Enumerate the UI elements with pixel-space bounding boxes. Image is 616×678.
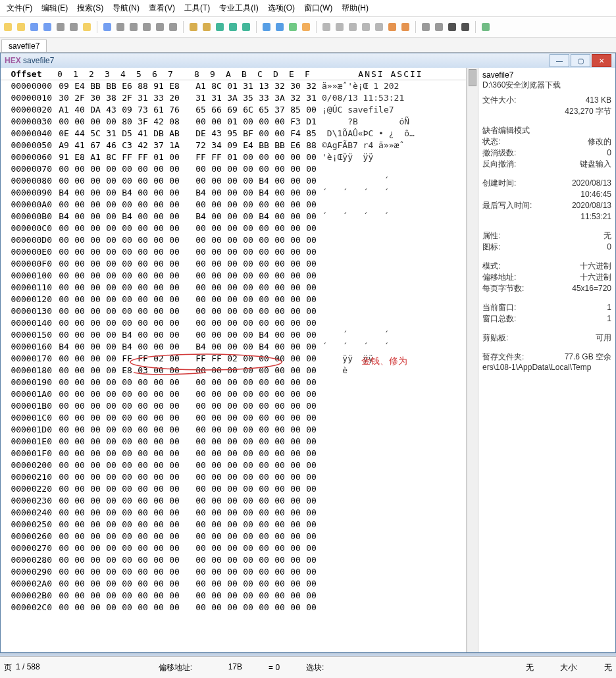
hex-byte[interactable]: 00 (256, 566, 272, 578)
hex-byte[interactable]: 00 (240, 365, 256, 377)
hex-byte[interactable]: 00 (103, 507, 119, 519)
hex-byte[interactable]: 00 (56, 163, 72, 175)
menu-item[interactable]: 选项(O) (264, 1, 299, 15)
hex-byte[interactable]: 00 (193, 519, 209, 531)
hex-byte[interactable]: 00 (72, 222, 88, 234)
hex-byte[interactable]: 00 (88, 317, 103, 329)
hex-byte[interactable]: 00 (224, 412, 240, 424)
hex-byte[interactable]: 00 (224, 175, 240, 187)
hex-byte[interactable]: 00 (303, 531, 319, 542)
hex-byte[interactable]: 00 (135, 602, 151, 613)
hex-byte[interactable]: 00 (193, 448, 209, 459)
hex-byte[interactable]: 00 (88, 507, 103, 519)
hex-byte[interactable]: 00 (303, 590, 319, 602)
hex-byte[interactable]: 00 (151, 554, 167, 566)
hex-byte[interactable]: 00 (303, 495, 319, 507)
hex-byte[interactable]: 00 (119, 566, 135, 578)
hex-byte[interactable]: 00 (209, 377, 224, 388)
hex-byte[interactable]: 00 (103, 531, 119, 542)
hex-byte[interactable]: 00 (240, 175, 256, 187)
hex-byte[interactable]: 00 (288, 317, 303, 329)
hex-byte[interactable]: 00 (72, 388, 88, 400)
hex-byte[interactable]: 00 (88, 578, 103, 590)
hex-byte[interactable]: 00 (240, 459, 256, 471)
hex-byte[interactable]: B4 (193, 341, 209, 353)
hex-byte[interactable]: 00 (288, 151, 303, 163)
hex-byte[interactable]: 00 (103, 246, 119, 258)
hex-byte[interactable]: 00 (72, 483, 88, 495)
hex-byte[interactable]: 00 (303, 234, 319, 246)
hex-byte[interactable]: 00 (256, 234, 272, 246)
hex-byte[interactable]: 00 (272, 365, 288, 377)
hex-byte[interactable]: 00 (135, 566, 151, 578)
hex-byte[interactable]: 00 (256, 222, 272, 234)
hex-byte[interactable]: 00 (135, 459, 151, 471)
hex-byte[interactable]: 00 (135, 341, 151, 353)
hex-byte[interactable]: 00 (288, 329, 303, 341)
hex-byte[interactable]: 42 (135, 140, 151, 151)
hex-byte[interactable]: 00 (240, 602, 256, 613)
menu-item[interactable]: 导航(N) (109, 1, 143, 15)
hex-byte[interactable]: 2F (72, 92, 88, 104)
hex-byte[interactable]: 95 (224, 128, 240, 140)
hex-byte[interactable]: 00 (72, 341, 88, 353)
hex-byte[interactable]: 00 (119, 448, 135, 459)
menu-item[interactable]: 帮助(H) (338, 1, 372, 15)
hex-byte[interactable]: 00 (103, 187, 119, 199)
hex-byte[interactable]: 00 (135, 519, 151, 531)
hex-byte[interactable]: B4 (256, 211, 272, 222)
grid2-icon[interactable] (434, 22, 444, 32)
hex-byte[interactable]: 00 (193, 258, 209, 270)
hex-byte[interactable]: 00 (151, 590, 167, 602)
hex-byte[interactable]: 01 (224, 80, 240, 92)
goto-end-icon[interactable] (274, 22, 285, 32)
hex-byte[interactable]: 00 (135, 388, 151, 400)
hex-byte[interactable]: 00 (119, 258, 135, 270)
hex-row[interactable]: 0000010000000000000000000000000000000000 (1, 270, 466, 282)
hex-byte[interactable]: 91 (151, 80, 167, 92)
hex-byte[interactable]: 00 (72, 602, 88, 613)
hex-byte[interactable]: 00 (256, 199, 272, 211)
hex-byte[interactable]: 00 (288, 578, 303, 590)
hex-byte[interactable]: 00 (240, 353, 256, 365)
hex-byte[interactable]: 00 (288, 412, 303, 424)
hex-byte[interactable]: 46 (103, 140, 119, 151)
hex-byte[interactable]: FF (193, 151, 209, 163)
hex-up-icon[interactable] (241, 22, 251, 32)
hex-byte[interactable]: 00 (288, 531, 303, 542)
hex-byte[interactable]: 00 (272, 211, 288, 222)
hex-byte[interactable]: 00 (103, 436, 119, 448)
hex-byte[interactable]: 00 (303, 471, 319, 483)
hex-byte[interactable]: B4 (193, 187, 209, 199)
hex-byte[interactable]: B4 (256, 187, 272, 199)
hex-byte[interactable]: 00 (288, 211, 303, 222)
hex-byte[interactable]: 00 (303, 554, 319, 566)
hex-byte[interactable]: 00 (119, 471, 135, 483)
hex-byte[interactable]: 00 (224, 234, 240, 246)
hex-byte[interactable]: 00 (151, 542, 167, 554)
hex-byte[interactable]: 00 (151, 388, 167, 400)
hex-byte[interactable]: 00 (135, 424, 151, 436)
hex-byte[interactable]: B4 (119, 211, 135, 222)
print-icon[interactable] (55, 22, 66, 32)
binary-icon[interactable] (168, 22, 178, 32)
hex-byte[interactable]: 00 (88, 353, 103, 365)
hex-byte[interactable]: 00 (135, 448, 151, 459)
hex-byte[interactable]: 00 (193, 329, 209, 341)
hex-byte[interactable]: 00 (272, 566, 288, 578)
hex-byte[interactable]: 00 (88, 365, 103, 377)
hex-byte[interactable]: 00 (240, 211, 256, 222)
hex-byte[interactable]: 00 (193, 578, 209, 590)
hex-byte[interactable]: 00 (240, 436, 256, 448)
hex-byte[interactable]: 88 (135, 80, 151, 92)
hex-byte[interactable]: 00 (288, 602, 303, 613)
hex-byte[interactable]: 00 (240, 554, 256, 566)
hex-byte[interactable]: 00 (151, 234, 167, 246)
hex-row[interactable]: 0000014000000000000000000000000000000000 (1, 317, 466, 329)
hex-byte[interactable]: 00 (272, 294, 288, 305)
hex-byte[interactable]: FF (135, 151, 151, 163)
hex-byte[interactable]: BB (103, 80, 119, 92)
hex-byte[interactable]: 00 (256, 436, 272, 448)
hex-byte[interactable]: 00 (224, 590, 240, 602)
hex-row[interactable]: 0000003000000000803F4208000001000000F3D1… (1, 116, 466, 128)
